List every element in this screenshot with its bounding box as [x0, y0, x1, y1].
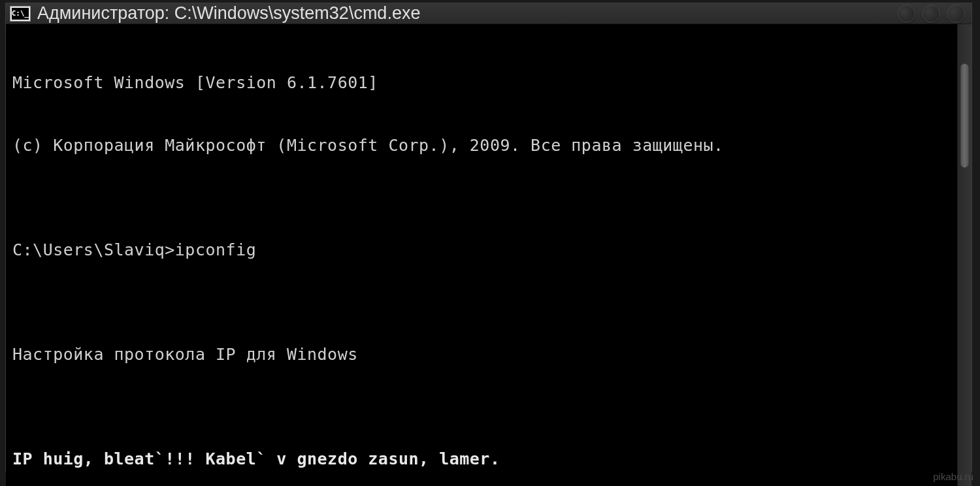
minimize-button[interactable] [897, 5, 915, 23]
console-line: IP huig, bleat`!!! Kabel` v gnezdo zasun… [12, 449, 955, 470]
close-button[interactable] [947, 5, 965, 23]
window-title: Администратор: C:\Windows\system32\cmd.e… [37, 3, 897, 24]
titlebar[interactable]: C:\_ Администратор: C:\Windows\system32\… [6, 3, 972, 24]
console-output[interactable]: Microsoft Windows [Version 6.1.7601] (c)… [6, 24, 957, 486]
cmd-window: C:\_ Администратор: C:\Windows\system32\… [5, 3, 972, 472]
console-line: (c) Корпорация Майкрософт (Microsoft Cor… [12, 135, 955, 156]
watermark-text: pikabu.ru [933, 471, 973, 482]
console-line: C:\Users\Slaviq>ipconfig [12, 240, 955, 261]
maximize-button[interactable] [922, 5, 940, 23]
console-line: Настройка протокола IP для Windows [12, 344, 955, 365]
console-area: Microsoft Windows [Version 6.1.7601] (c)… [6, 24, 972, 486]
cmd-icon: C:\_ [10, 6, 31, 22]
cmd-icon-label: C:\_ [12, 9, 29, 18]
console-line: Microsoft Windows [Version 6.1.7601] [12, 73, 955, 93]
window-controls [897, 5, 968, 23]
vertical-scrollbar[interactable] [957, 24, 972, 486]
scrollbar-thumb[interactable] [960, 63, 969, 168]
